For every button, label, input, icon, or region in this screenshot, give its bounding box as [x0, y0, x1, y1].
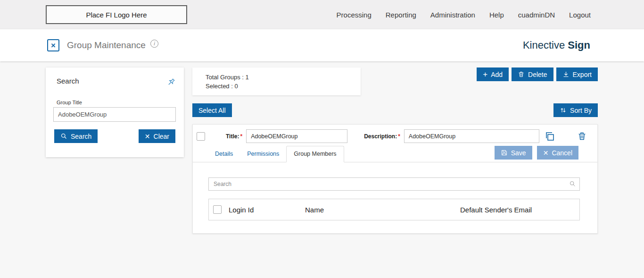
- nav-help[interactable]: Help: [489, 11, 504, 19]
- nav-reporting[interactable]: Reporting: [386, 11, 416, 19]
- select-all-label: Select All: [198, 107, 226, 114]
- plus-icon: +: [483, 70, 487, 78]
- download-icon: [562, 71, 570, 78]
- nav-administration[interactable]: Administration: [430, 11, 475, 19]
- add-button[interactable]: + Add: [477, 67, 509, 81]
- group-description-field[interactable]: [404, 129, 539, 143]
- trash-icon: [577, 131, 587, 141]
- sort-by-button[interactable]: Sort By: [553, 103, 598, 117]
- page-header: ✕ Group Maintenance i Kinective Sign: [0, 29, 644, 61]
- fi-logo-text: Place FI Logo Here: [86, 11, 147, 19]
- save-button-label: Save: [511, 149, 526, 157]
- group-title-field[interactable]: [246, 129, 347, 143]
- brand-bold: Sign: [568, 39, 590, 51]
- total-groups-text: Total Groups : 1: [206, 73, 361, 82]
- add-button-label: Add: [491, 71, 503, 78]
- clear-button[interactable]: ✕ Clear: [139, 129, 175, 143]
- search-icon: [60, 133, 67, 140]
- required-asterisk: *: [240, 133, 242, 140]
- brand-regular: Kinective: [523, 39, 568, 51]
- sort-arrows-icon: [560, 107, 567, 114]
- save-button[interactable]: Save: [495, 146, 532, 160]
- search-panel: Search Group Title Search ✕ Clear: [46, 67, 184, 157]
- export-button-label: Export: [573, 71, 592, 78]
- group-row-card: Title:* Description:*: [192, 124, 598, 234]
- nav-user-cuadmindn[interactable]: cuadminDN: [518, 11, 555, 19]
- column-default-senders-email: Default Sender's Email: [460, 206, 579, 214]
- copy-icon: [544, 131, 555, 142]
- search-button-label: Search: [71, 133, 91, 140]
- column-login-id: Login Id: [229, 206, 305, 214]
- top-nav: Processing Reporting Administration Help…: [337, 11, 591, 19]
- title-label: Title:*: [226, 133, 242, 140]
- save-icon: [501, 149, 508, 156]
- nav-processing[interactable]: Processing: [337, 11, 372, 19]
- tab-group-members[interactable]: Group Members: [286, 146, 344, 162]
- cancel-button[interactable]: ✕ Cancel: [537, 146, 578, 160]
- export-button[interactable]: Export: [556, 67, 598, 81]
- tab-permissions[interactable]: Permissions: [240, 146, 286, 162]
- group-fields-row: Title:* Description:*: [193, 125, 597, 143]
- description-label: Description:*: [364, 133, 400, 140]
- sort-by-label: Sort By: [570, 107, 592, 114]
- info-icon[interactable]: i: [150, 40, 158, 48]
- toolbar: + Add Delete Export: [477, 67, 598, 81]
- row-delete-button[interactable]: [577, 131, 587, 141]
- main-content: Search Group Title Search ✕ Clear: [0, 61, 644, 278]
- page-title: Group Maintenance: [67, 40, 146, 51]
- members-table-header: Login Id Name Default Sender's Email: [208, 199, 580, 220]
- members-search-input[interactable]: [208, 177, 580, 191]
- delete-button-label: Delete: [528, 71, 547, 78]
- search-panel-title: Search: [57, 77, 79, 85]
- selected-count-text: Selected : 0: [206, 82, 361, 91]
- top-bar: Place FI Logo Here Processing Reporting …: [0, 0, 644, 29]
- delete-button[interactable]: Delete: [512, 67, 553, 81]
- results-area: Total Groups : 1 Selected : 0 + Add Dele…: [192, 67, 598, 234]
- column-name: Name: [305, 206, 460, 214]
- search-icon: [569, 180, 576, 189]
- group-maintenance-icon: ✕: [47, 39, 59, 51]
- tab-details[interactable]: Details: [208, 146, 240, 162]
- pin-icon[interactable]: [166, 77, 176, 87]
- nav-logout[interactable]: Logout: [569, 11, 591, 19]
- group-members-panel: Login Id Name Default Sender's Email: [193, 162, 597, 220]
- group-tabs: Details Permissions Group Members Save ✕…: [193, 146, 597, 162]
- copy-button[interactable]: [544, 131, 555, 142]
- save-cancel-group: Save ✕ Cancel: [495, 146, 578, 160]
- required-asterisk: *: [398, 133, 400, 140]
- group-title-input[interactable]: [53, 107, 176, 122]
- select-all-members-checkbox[interactable]: [213, 205, 222, 214]
- fi-logo-placeholder: Place FI Logo Here: [46, 5, 187, 24]
- select-all-button[interactable]: Select All: [192, 103, 232, 117]
- clear-button-label: Clear: [154, 133, 169, 140]
- summary-box: Total Groups : 1 Selected : 0: [192, 67, 361, 95]
- group-title-label: Group Title: [57, 100, 184, 105]
- clear-x-icon: ✕: [145, 133, 150, 140]
- search-button[interactable]: Search: [54, 129, 98, 143]
- trash-icon: [518, 71, 525, 78]
- cancel-x-icon: ✕: [543, 149, 549, 157]
- group-row-checkbox[interactable]: [197, 132, 205, 141]
- cancel-button-label: Cancel: [552, 149, 572, 157]
- brand-logo: Kinective Sign: [523, 39, 590, 51]
